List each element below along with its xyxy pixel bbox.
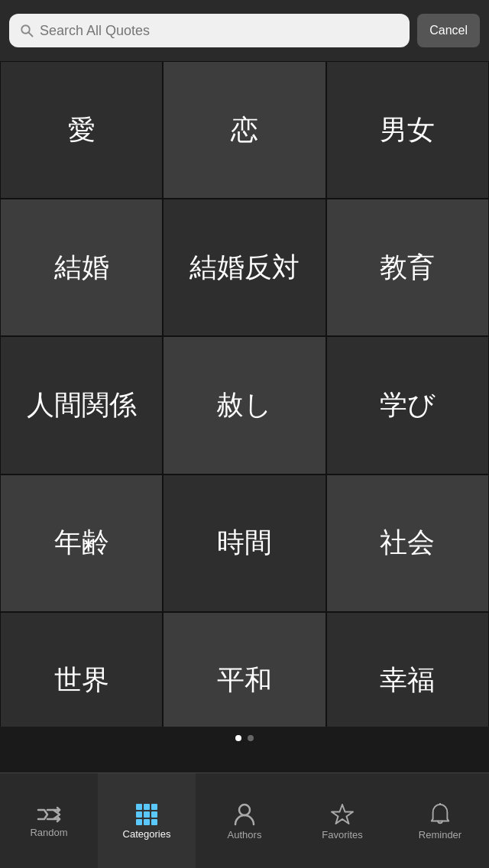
tab-authors[interactable]: Authors [196, 773, 293, 868]
star-icon [331, 803, 354, 826]
search-input[interactable] [40, 23, 399, 39]
pagination-dots [0, 727, 489, 750]
pagination-dot-2[interactable] [248, 735, 254, 741]
category-cell[interactable]: 男女 [326, 61, 489, 199]
category-cell[interactable]: 愛 [0, 61, 163, 199]
category-cell[interactable]: 時間 [163, 474, 325, 612]
category-cell[interactable]: 結婚 [0, 199, 163, 336]
tab-favorites[interactable]: Favorites [293, 773, 391, 868]
svg-point-4 [239, 805, 250, 815]
tab-reminder[interactable]: Reminder [391, 773, 489, 868]
shuffle-icon [37, 805, 61, 824]
tab-favorites-label: Favorites [322, 829, 362, 840]
svg-marker-5 [332, 805, 353, 824]
tab-random[interactable]: Random [0, 773, 98, 868]
category-cell[interactable]: 年齢 [0, 474, 163, 612]
person-icon [234, 803, 255, 826]
search-icon [20, 24, 34, 37]
svg-line-1 [29, 33, 33, 37]
cancel-button[interactable]: Cancel [417, 14, 480, 47]
category-grid: 愛 恋 男女 結婚 結婚反対 教育 人間関係 赦し 学び 年齢 時間 社会 世界… [0, 61, 489, 750]
category-cell[interactable]: 赦し [163, 336, 325, 474]
tab-bar: Random Categories Authors Favorites Remi… [0, 772, 489, 868]
search-bar: Cancel [0, 0, 489, 61]
category-cell[interactable]: 結婚反対 [163, 199, 325, 336]
grid-icon [136, 804, 157, 825]
category-cell[interactable]: 学び [326, 336, 489, 474]
tab-authors-label: Authors [228, 829, 262, 840]
pagination-dot-1[interactable] [235, 735, 241, 741]
tab-random-label: Random [30, 827, 67, 838]
tab-reminder-label: Reminder [419, 829, 461, 840]
category-cell[interactable]: 教育 [326, 199, 489, 336]
category-cell[interactable]: 人間関係 [0, 336, 163, 474]
category-cell[interactable]: 恋 [163, 61, 325, 199]
bell-icon [429, 803, 451, 826]
tab-categories[interactable]: Categories [98, 773, 196, 868]
tab-categories-label: Categories [123, 828, 171, 840]
search-input-wrapper [9, 14, 410, 47]
category-cell[interactable]: 社会 [326, 474, 489, 612]
